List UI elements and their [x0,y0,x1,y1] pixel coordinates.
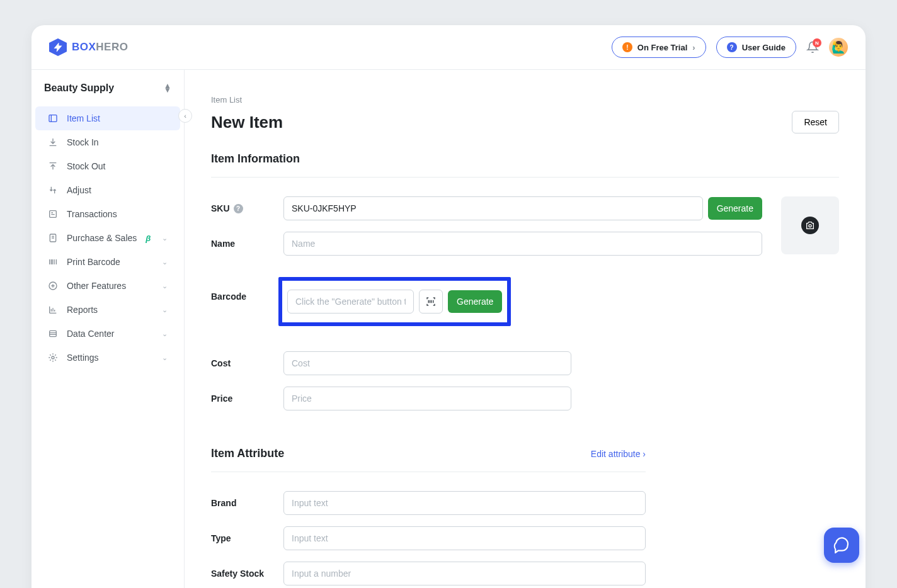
sidebar: Beauty Supply ▲▼ Item List Stock In Stoc… [31,70,185,588]
sidebar-item-adjust[interactable]: Adjust [35,178,180,202]
workspace-name: Beauty Supply [44,82,114,94]
barcode-icon [48,257,58,267]
sku-generate-button[interactable]: Generate [708,197,762,220]
help-icon[interactable]: ? [234,204,243,213]
chevron-down-icon: ⌄ [162,306,168,314]
database-icon [48,329,58,339]
barcode-highlight: Generate [278,277,511,326]
beta-badge: β [146,234,151,243]
sidebar-item-item-list[interactable]: Item List [35,106,180,130]
body: Beauty Supply ▲▼ Item List Stock In Stoc… [31,70,866,588]
app-window: BOXHERO ! On Free Trial › ? User Guide N… [31,25,866,588]
gear-icon [48,353,58,363]
brand-input[interactable] [283,491,646,515]
svg-rect-0 [49,115,57,122]
info-fields: SKU ? Generate Name [211,196,762,326]
svg-point-5 [52,356,54,359]
sidebar-item-print-barcode[interactable]: Print Barcode ⌄ [35,250,180,274]
sidebar-item-stock-in[interactable]: Stock In [35,130,180,154]
guide-button[interactable]: ? User Guide [716,37,796,58]
plus-circle-icon [48,281,58,291]
download-icon [48,137,58,147]
row-type: Type [211,526,646,550]
topbar-right: ! On Free Trial › ? User Guide N 🙋‍♂️ [612,37,848,58]
chevron-down-icon: ⌄ [162,354,168,362]
logo-text: BOXHERO [72,41,128,54]
row-barcode: Barcode Generate [211,267,762,326]
image-upload[interactable] [781,196,839,254]
label-safety-stock: Safety Stock [211,568,283,579]
notifications-button[interactable]: N [806,41,819,54]
sidebar-item-label: Stock Out [67,161,105,171]
barcode-generate-button[interactable]: Generate [448,290,502,313]
reset-button[interactable]: Reset [792,111,839,133]
sidebar-item-label: Reports [67,305,98,315]
cost-input[interactable] [283,351,571,375]
sidebar-item-label: Adjust [67,185,91,195]
sidebar-item-label: Purchase & Sales [67,233,137,243]
sidebar-item-stock-out[interactable]: Stock Out [35,154,180,178]
svg-point-6 [809,225,811,227]
label-name: Name [211,239,283,249]
trial-label: On Free Trial [637,43,687,52]
chevron-down-icon: ⌄ [162,234,168,242]
guide-label: User Guide [742,43,786,52]
sidebar-item-label: Print Barcode [67,257,120,267]
barcode-scan-button[interactable] [419,290,443,314]
adjust-icon [48,185,58,195]
section-info-title: Item Information [211,152,839,178]
chevron-right-icon: › [692,43,695,52]
label-sku: SKU ? [211,203,283,213]
section-attr-text: Item Attribute [211,447,284,460]
collapse-sidebar-button[interactable]: ‹ [178,109,192,123]
sort-icon: ▲▼ [164,84,171,93]
chevron-down-icon: ⌄ [162,330,168,338]
sidebar-item-purchase-sales[interactable]: Purchase & Sales β ⌄ [35,226,180,250]
upload-icon [48,161,58,171]
sku-input[interactable] [283,196,703,220]
logo-icon [49,38,67,56]
chat-icon [833,537,850,553]
help-icon: ? [727,42,737,52]
page-header: New Item Reset [211,111,839,133]
avatar[interactable]: 🙋‍♂️ [829,38,848,57]
sidebar-item-label: Other Features [67,281,126,291]
sidebar-item-label: Transactions [67,209,117,219]
document-icon [48,233,58,243]
safety-stock-input[interactable] [283,562,646,585]
chevron-down-icon: ⌄ [162,258,168,266]
camera-icon [801,217,819,234]
sidebar-item-other-features[interactable]: Other Features ⌄ [35,274,180,298]
row-name: Name [211,232,762,256]
content: Item List New Item Reset Item Informatio… [185,70,866,588]
transactions-icon [48,209,58,219]
sidebar-item-label: Stock In [67,137,99,147]
label-brand: Brand [211,498,283,508]
sidebar-item-label: Settings [67,353,99,363]
breadcrumb[interactable]: Item List [211,95,839,105]
svg-rect-4 [50,331,57,336]
row-brand: Brand [211,491,646,515]
logo[interactable]: BOXHERO [49,38,128,56]
sidebar-item-label: Data Center [67,329,114,339]
info-row: SKU ? Generate Name [211,196,839,326]
sidebar-item-data-center[interactable]: Data Center ⌄ [35,322,180,346]
name-input[interactable] [283,232,762,256]
sidebar-item-transactions[interactable]: Transactions [35,202,180,226]
sidebar-item-settings[interactable]: Settings ⌄ [35,346,180,370]
section-info-text: Item Information [211,152,300,166]
row-safety-stock: Safety Stock [211,562,646,585]
barcode-input[interactable] [287,290,414,314]
type-input[interactable] [283,526,646,550]
row-cost: Cost [211,351,571,375]
chat-button[interactable] [824,528,859,563]
price-input[interactable] [283,387,571,410]
chart-icon [48,305,58,315]
trial-button[interactable]: ! On Free Trial › [612,37,706,58]
edit-attribute-link[interactable]: Edit attribute › [591,449,646,459]
notification-badge: N [813,38,821,47]
label-type: Type [211,533,283,543]
workspace-selector[interactable]: Beauty Supply ▲▼ [31,82,184,106]
row-price: Price [211,387,571,410]
sidebar-item-reports[interactable]: Reports ⌄ [35,298,180,322]
